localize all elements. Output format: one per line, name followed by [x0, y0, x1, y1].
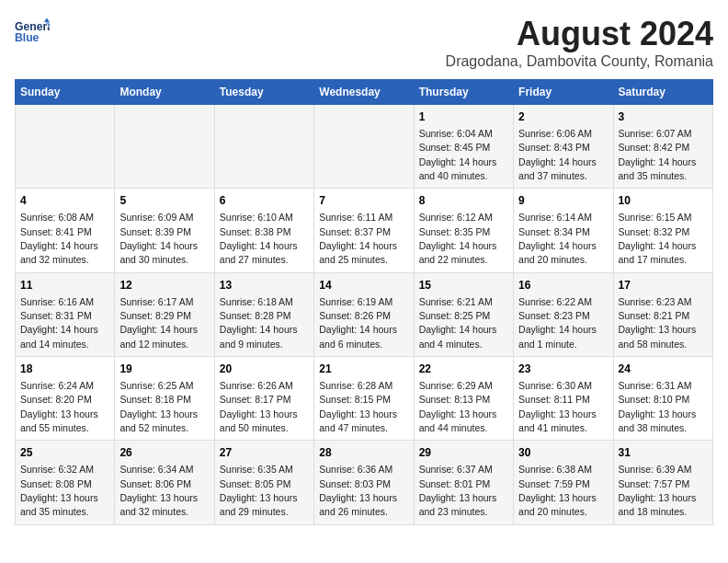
day-info: Sunrise: 6:31 AM Sunset: 8:10 PM Dayligh…: [619, 380, 697, 433]
day-number: 23: [518, 362, 608, 377]
day-number: 3: [619, 109, 708, 125]
day-info: Sunrise: 6:08 AM Sunset: 8:41 PM Dayligh…: [20, 212, 98, 265]
weekday-header: Tuesday: [214, 80, 313, 105]
day-info: Sunrise: 6:06 AM Sunset: 8:43 PM Dayligh…: [518, 128, 597, 181]
calendar-cell: 12Sunrise: 6:17 AM Sunset: 8:29 PM Dayli…: [115, 272, 214, 356]
day-info: Sunrise: 6:14 AM Sunset: 8:34 PM Dayligh…: [518, 212, 597, 265]
calendar-cell: 21Sunrise: 6:28 AM Sunset: 8:15 PM Dayli…: [314, 357, 414, 441]
day-info: Sunrise: 6:21 AM Sunset: 8:25 PM Dayligh…: [419, 296, 497, 350]
calendar-cell: 27Sunrise: 6:35 AM Sunset: 8:05 PM Dayli…: [214, 441, 313, 524]
day-number: 17: [619, 278, 708, 293]
day-info: Sunrise: 6:28 AM Sunset: 8:15 PM Dayligh…: [319, 380, 397, 433]
subtitle: Dragodana, Dambovita County, Romania: [446, 53, 713, 70]
calendar-week-row: 4Sunrise: 6:08 AM Sunset: 8:41 PM Daylig…: [16, 189, 713, 272]
day-info: Sunrise: 6:36 AM Sunset: 8:03 PM Dayligh…: [319, 464, 397, 517]
day-info: Sunrise: 6:15 AM Sunset: 8:32 PM Dayligh…: [619, 212, 697, 265]
calendar-cell: 16Sunrise: 6:22 AM Sunset: 8:23 PM Dayli…: [514, 272, 613, 356]
calendar-cell: [115, 105, 214, 189]
day-number: 18: [20, 362, 109, 377]
calendar-cell: 14Sunrise: 6:19 AM Sunset: 8:26 PM Dayli…: [314, 272, 414, 356]
calendar-cell: [16, 105, 115, 189]
day-number: 10: [619, 193, 708, 209]
calendar-cell: 30Sunrise: 6:38 AM Sunset: 7:59 PM Dayli…: [514, 441, 613, 524]
day-info: Sunrise: 6:24 AM Sunset: 8:20 PM Dayligh…: [20, 380, 98, 433]
day-number: 22: [419, 362, 508, 377]
day-info: Sunrise: 6:25 AM Sunset: 8:18 PM Dayligh…: [119, 380, 198, 433]
calendar-cell: 4Sunrise: 6:08 AM Sunset: 8:41 PM Daylig…: [16, 189, 115, 272]
day-info: Sunrise: 6:11 AM Sunset: 8:37 PM Dayligh…: [319, 212, 397, 265]
calendar-cell: 19Sunrise: 6:25 AM Sunset: 8:18 PM Dayli…: [115, 357, 214, 441]
calendar-cell: 22Sunrise: 6:29 AM Sunset: 8:13 PM Dayli…: [414, 357, 513, 441]
calendar-table: SundayMondayTuesdayWednesdayThursdayFrid…: [15, 79, 713, 525]
weekday-header: Saturday: [613, 80, 712, 105]
day-number: 9: [518, 193, 608, 209]
calendar-week-row: 11Sunrise: 6:16 AM Sunset: 8:31 PM Dayli…: [16, 272, 713, 356]
calendar-week-row: 25Sunrise: 6:32 AM Sunset: 8:08 PM Dayli…: [16, 441, 713, 524]
calendar-cell: 3Sunrise: 6:07 AM Sunset: 8:42 PM Daylig…: [613, 105, 712, 189]
calendar-cell: [214, 105, 313, 189]
day-info: Sunrise: 6:16 AM Sunset: 8:31 PM Dayligh…: [20, 296, 98, 350]
svg-text:Blue: Blue: [15, 31, 40, 44]
day-number: 1: [419, 109, 508, 125]
header: General Blue August 2024 Dragodana, Damb…: [15, 15, 713, 70]
weekday-header: Thursday: [414, 80, 513, 105]
day-info: Sunrise: 6:23 AM Sunset: 8:21 PM Dayligh…: [619, 296, 697, 350]
day-info: Sunrise: 6:09 AM Sunset: 8:39 PM Dayligh…: [119, 212, 198, 265]
day-info: Sunrise: 6:35 AM Sunset: 8:05 PM Dayligh…: [220, 464, 298, 517]
day-info: Sunrise: 6:22 AM Sunset: 8:23 PM Dayligh…: [518, 296, 597, 350]
day-info: Sunrise: 6:10 AM Sunset: 8:38 PM Dayligh…: [220, 212, 298, 265]
day-number: 26: [119, 445, 209, 461]
day-number: 29: [419, 445, 508, 461]
calendar-cell: 8Sunrise: 6:12 AM Sunset: 8:35 PM Daylig…: [414, 189, 513, 272]
calendar-cell: 26Sunrise: 6:34 AM Sunset: 8:06 PM Dayli…: [115, 441, 214, 524]
day-number: 13: [220, 278, 309, 293]
main-title: August 2024: [446, 15, 713, 53]
calendar-cell: 9Sunrise: 6:14 AM Sunset: 8:34 PM Daylig…: [514, 189, 613, 272]
calendar-cell: 28Sunrise: 6:36 AM Sunset: 8:03 PM Dayli…: [314, 441, 414, 524]
day-number: 19: [119, 362, 209, 377]
calendar-week-row: 18Sunrise: 6:24 AM Sunset: 8:20 PM Dayli…: [16, 357, 713, 441]
day-info: Sunrise: 6:39 AM Sunset: 7:57 PM Dayligh…: [619, 464, 697, 517]
day-info: Sunrise: 6:26 AM Sunset: 8:17 PM Dayligh…: [220, 380, 298, 433]
weekday-header: Sunday: [16, 80, 115, 105]
calendar-cell: [314, 105, 414, 189]
day-number: 15: [419, 278, 508, 293]
day-info: Sunrise: 6:32 AM Sunset: 8:08 PM Dayligh…: [20, 464, 98, 517]
day-number: 4: [20, 193, 109, 209]
weekday-header: Friday: [514, 80, 613, 105]
calendar-cell: 10Sunrise: 6:15 AM Sunset: 8:32 PM Dayli…: [613, 189, 712, 272]
calendar-cell: 2Sunrise: 6:06 AM Sunset: 8:43 PM Daylig…: [514, 105, 613, 189]
day-number: 5: [119, 193, 209, 209]
day-info: Sunrise: 6:30 AM Sunset: 8:11 PM Dayligh…: [518, 380, 597, 433]
day-info: Sunrise: 6:12 AM Sunset: 8:35 PM Dayligh…: [419, 212, 497, 265]
calendar-cell: 5Sunrise: 6:09 AM Sunset: 8:39 PM Daylig…: [115, 189, 214, 272]
calendar-cell: 24Sunrise: 6:31 AM Sunset: 8:10 PM Dayli…: [613, 357, 712, 441]
calendar-cell: 23Sunrise: 6:30 AM Sunset: 8:11 PM Dayli…: [514, 357, 613, 441]
day-number: 7: [319, 193, 408, 209]
day-number: 20: [220, 362, 309, 377]
calendar-cell: 18Sunrise: 6:24 AM Sunset: 8:20 PM Dayli…: [16, 357, 115, 441]
day-number: 16: [518, 278, 608, 293]
day-info: Sunrise: 6:34 AM Sunset: 8:06 PM Dayligh…: [119, 464, 198, 517]
calendar-cell: 6Sunrise: 6:10 AM Sunset: 8:38 PM Daylig…: [214, 189, 313, 272]
calendar-cell: 20Sunrise: 6:26 AM Sunset: 8:17 PM Dayli…: [214, 357, 313, 441]
title-section: August 2024 Dragodana, Dambovita County,…: [446, 15, 713, 70]
day-info: Sunrise: 6:07 AM Sunset: 8:42 PM Dayligh…: [619, 128, 697, 181]
day-info: Sunrise: 6:38 AM Sunset: 7:59 PM Dayligh…: [518, 464, 597, 517]
calendar-cell: 7Sunrise: 6:11 AM Sunset: 8:37 PM Daylig…: [314, 189, 414, 272]
day-info: Sunrise: 6:18 AM Sunset: 8:28 PM Dayligh…: [220, 296, 298, 350]
day-number: 25: [20, 445, 109, 461]
day-info: Sunrise: 6:17 AM Sunset: 8:29 PM Dayligh…: [119, 296, 198, 350]
day-number: 11: [20, 278, 109, 293]
day-number: 6: [220, 193, 309, 209]
logo: General Blue: [15, 15, 50, 50]
calendar-cell: 17Sunrise: 6:23 AM Sunset: 8:21 PM Dayli…: [613, 272, 712, 356]
day-info: Sunrise: 6:29 AM Sunset: 8:13 PM Dayligh…: [419, 380, 497, 433]
calendar-cell: 31Sunrise: 6:39 AM Sunset: 7:57 PM Dayli…: [613, 441, 712, 524]
day-number: 30: [518, 445, 608, 461]
day-info: Sunrise: 6:37 AM Sunset: 8:01 PM Dayligh…: [419, 464, 497, 517]
day-number: 14: [319, 278, 408, 293]
day-number: 12: [119, 278, 209, 293]
day-number: 28: [319, 445, 408, 461]
day-number: 21: [319, 362, 408, 377]
